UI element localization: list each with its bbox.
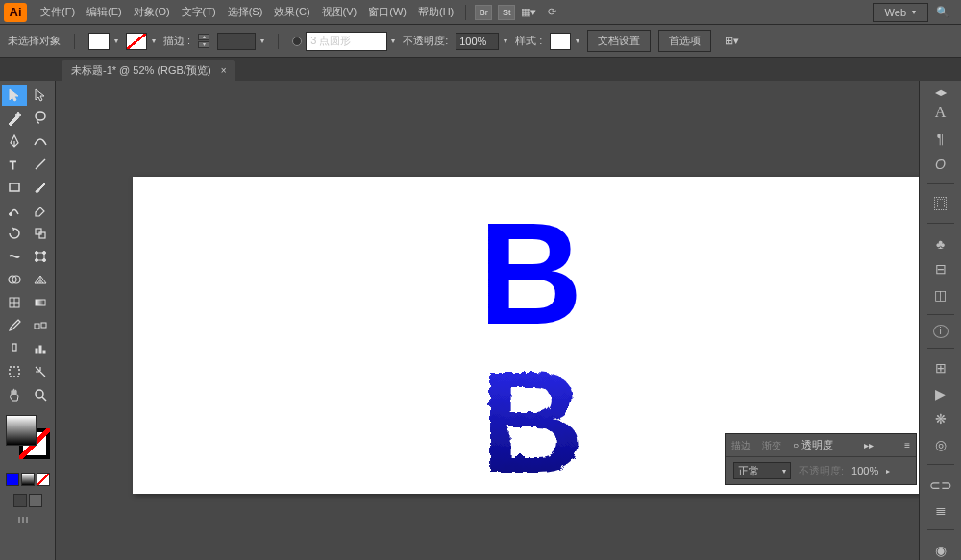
blend-mode-value: 正常 — [738, 464, 759, 478]
svg-text:T: T — [10, 159, 16, 171]
brush-select[interactable]: 3 点圆形 — [306, 32, 387, 51]
menu-effect[interactable]: 效果(C) — [268, 1, 315, 23]
stroke-swatch[interactable] — [126, 33, 156, 50]
svg-rect-21 — [36, 349, 37, 353]
slice-tool[interactable] — [29, 361, 54, 382]
panel-menu-icon[interactable]: ≡ — [904, 440, 910, 450]
gpu-icon[interactable]: ⟳ — [548, 6, 569, 18]
arrange-doc-icon[interactable]: ▦▾ — [521, 6, 542, 18]
width-tool[interactable] — [2, 246, 27, 267]
rotate-tool[interactable] — [2, 223, 27, 244]
brush-dot-icon — [292, 37, 302, 46]
transform-panel-icon[interactable]: ⿴ — [927, 194, 954, 214]
preferences-button[interactable]: 首选项 — [658, 30, 711, 52]
artboard-tool[interactable] — [2, 361, 27, 382]
free-transform-tool[interactable] — [29, 246, 54, 267]
align-icon[interactable]: ⊞▾ — [725, 35, 739, 47]
transparency-panel[interactable]: 描边 渐变 ○ 透明度 ▸▸ ≡ 正常▾ 不透明度: 100% ▸ — [725, 433, 917, 485]
screen-mode-full[interactable] — [29, 494, 42, 507]
doc-setup-button[interactable]: 文档设置 — [587, 30, 651, 52]
bridge-icon[interactable]: Br — [475, 5, 492, 20]
selection-tool[interactable] — [2, 85, 27, 106]
shape-builder-tool[interactable] — [2, 269, 27, 290]
menu-view[interactable]: 视图(V) — [316, 1, 363, 23]
color-chip-blue[interactable] — [6, 473, 19, 486]
settings-panel-icon[interactable]: ❋ — [927, 409, 954, 429]
info-panel-icon[interactable]: i — [933, 325, 949, 338]
document-tab[interactable]: 未标题-1* @ 52% (RGB/预览) × — [62, 60, 235, 81]
paintbrush-tool[interactable] — [29, 177, 54, 198]
direct-selection-tool[interactable] — [29, 85, 54, 106]
curvature-tool[interactable] — [29, 131, 54, 152]
style-swatch[interactable] — [550, 33, 579, 50]
type-tool[interactable]: T — [2, 154, 27, 175]
pathfinder-panel-icon[interactable]: ◫ — [927, 284, 954, 304]
transparency-tab-label: 透明度 — [801, 439, 833, 450]
hand-tool[interactable] — [2, 384, 27, 405]
magic-wand-tool[interactable] — [2, 108, 27, 129]
stroke-spinner[interactable]: ▴▾ — [198, 34, 209, 48]
scale-tool[interactable] — [29, 223, 54, 244]
tab-close-icon[interactable]: × — [221, 65, 227, 76]
canvas[interactable]: B B — [56, 81, 919, 560]
shaper-tool[interactable] — [2, 200, 27, 221]
color-panel-icon[interactable]: ◉ — [927, 540, 954, 560]
workspace-label: Web — [885, 7, 906, 18]
symbol-panel-icon[interactable]: ♣ — [927, 233, 954, 254]
menu-select[interactable]: 选择(S) — [222, 1, 269, 23]
lasso-tool[interactable] — [29, 108, 54, 129]
stroke-weight-select[interactable] — [217, 33, 264, 50]
screen-mode-normal[interactable] — [13, 494, 27, 507]
zoom-tool[interactable] — [29, 384, 54, 405]
blend-tool[interactable] — [29, 315, 54, 336]
paragraph-panel-icon[interactable]: ¶ — [927, 129, 954, 149]
menu-type[interactable]: 文字(T) — [176, 1, 222, 23]
svg-rect-20 — [12, 344, 16, 351]
menu-object[interactable]: 对象(O) — [128, 1, 176, 23]
opacity-select[interactable] — [456, 33, 507, 50]
pen-tool[interactable] — [2, 131, 27, 152]
workspace-switcher[interactable]: Web▾ — [873, 3, 928, 22]
mesh-tool[interactable] — [2, 292, 27, 313]
column-graph-tool[interactable] — [29, 338, 54, 359]
collapse-icon[interactable]: ◀▶ — [935, 88, 947, 97]
fill-stroke-indicator[interactable] — [6, 415, 50, 459]
stroke-label: 描边 : — [163, 34, 190, 48]
fill-swatch[interactable] — [88, 33, 118, 50]
opentype-panel-icon[interactable]: O — [927, 154, 954, 174]
panel-expand-icon[interactable]: ▸▸ — [864, 440, 874, 450]
eyedropper-tool[interactable] — [2, 315, 27, 336]
transparency-tab[interactable]: ○ 透明度 — [793, 438, 833, 452]
svg-point-4 — [9, 213, 12, 216]
pixel-preview-icon[interactable]: ⊞ — [927, 358, 954, 378]
panel-opacity-value: 100% — [851, 465, 878, 476]
opacity-arrow-icon[interactable]: ▸ — [886, 467, 890, 475]
rectangle-tool[interactable] — [2, 177, 27, 198]
search-icon[interactable]: 🔍 — [936, 6, 949, 18]
color-chip-gradient[interactable] — [21, 473, 35, 486]
symbol-sprayer-tool[interactable] — [2, 338, 27, 359]
stroke-tab[interactable]: 描边 — [731, 439, 751, 452]
menu-file[interactable]: 文件(F) — [35, 1, 81, 23]
line-tool[interactable] — [29, 154, 54, 175]
cc-libraries-icon[interactable]: ◎ — [927, 435, 954, 455]
eraser-tool[interactable] — [29, 200, 54, 221]
menu-window[interactable]: 窗口(W) — [362, 1, 412, 23]
stroke-weight-input[interactable] — [217, 33, 256, 50]
play-icon[interactable]: ▶ — [927, 383, 954, 403]
svg-point-11 — [43, 259, 46, 262]
blend-mode-select[interactable]: 正常▾ — [733, 462, 791, 479]
layers-panel-icon[interactable]: ≣ — [927, 500, 954, 521]
character-panel-icon[interactable]: A — [927, 103, 954, 123]
gradient-tab[interactable]: 渐变 — [762, 439, 781, 452]
link-panel-icon[interactable]: ⊂⊃ — [927, 475, 954, 495]
color-chip-none[interactable] — [37, 473, 50, 486]
align-panel-icon[interactable]: ⊟ — [927, 259, 954, 280]
gradient-tool[interactable] — [29, 292, 54, 313]
menu-help[interactable]: 帮助(H) — [412, 1, 459, 23]
opacity-input[interactable] — [456, 33, 499, 50]
perspective-grid-tool[interactable] — [29, 269, 54, 290]
menu-edit[interactable]: 编辑(E) — [81, 1, 128, 23]
fill-box[interactable] — [6, 415, 37, 446]
stock-icon[interactable]: St — [498, 5, 515, 20]
